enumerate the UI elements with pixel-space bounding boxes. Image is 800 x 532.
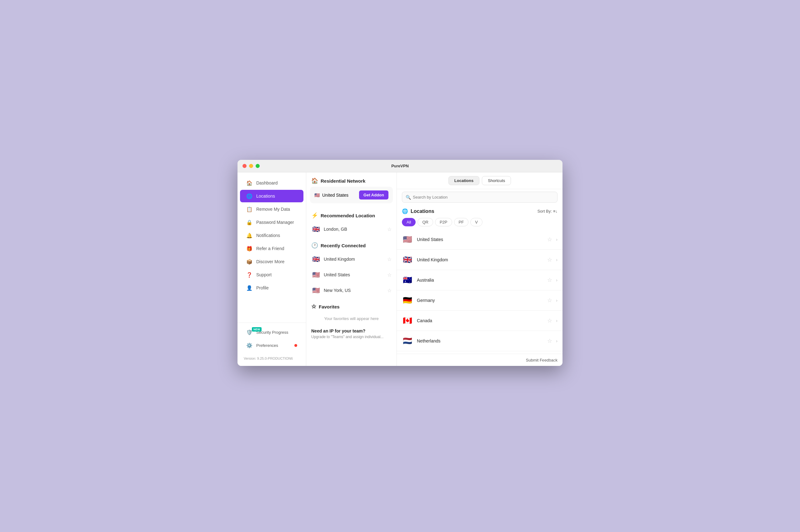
sidebar-item-discover-more[interactable]: 📦 Discover More [240, 255, 304, 268]
sidebar-label-support: Support [256, 272, 272, 277]
recent-newyork-star[interactable]: ☆ [387, 287, 392, 293]
us-name: United States [417, 237, 543, 242]
right-panel: Locations Shortcuts 🔍 🌐 Locations [397, 172, 563, 366]
sidebar-item-notifications[interactable]: 🔔 Notifications [240, 229, 304, 242]
location-item-ca[interactable]: 🇨🇦 Canada ☆ › [397, 311, 563, 331]
need-ip-desc: Upgrade to "Teams" and assign individual… [311, 335, 392, 339]
ca-chevron: › [556, 318, 558, 323]
maximize-button[interactable] [256, 164, 260, 168]
sort-by-label: Sort By: [538, 209, 552, 213]
us-chevron: › [556, 237, 558, 242]
sidebar-nav: 🏠 Dashboard 🌐 Locations 📋 Remove My Data [237, 176, 306, 323]
shield-icon: 🛡️ [246, 329, 253, 335]
recent-newyork-name: New York, US [324, 288, 351, 293]
filter-pf[interactable]: PF [454, 218, 469, 226]
filter-qr[interactable]: QR [418, 218, 433, 226]
recent-us-star[interactable]: ☆ [387, 272, 392, 278]
recent-uk-star[interactable]: ☆ [387, 256, 392, 262]
residential-icon: 🏠 [311, 177, 318, 184]
sidebar-item-dashboard[interactable]: 🏠 Dashboard [240, 177, 304, 189]
filter-all[interactable]: All [402, 218, 416, 226]
sidebar-item-password-manager[interactable]: 🔒 Password Manager [240, 216, 304, 229]
star-icon: ☆ [311, 303, 316, 310]
bell-icon: 🔔 [246, 232, 253, 239]
tab-shortcuts[interactable]: Shortcuts [482, 176, 511, 185]
window-title: PureVPN [391, 164, 409, 168]
residential-box: 🇺🇸 United States Get Addon [310, 187, 393, 203]
search-input[interactable] [402, 192, 558, 203]
gift-icon: 🎁 [246, 245, 253, 252]
sort-by-control[interactable]: Sort By: ≡↓ [538, 209, 558, 213]
ca-flag: 🇨🇦 [402, 315, 413, 326]
nl-flag: 🇳🇱 [402, 335, 413, 346]
recent-uk[interactable]: 🇬🇧 United Kingdom ☆ [306, 251, 397, 267]
sidebar-item-remove-my-data[interactable]: 📋 Remove My Data [240, 203, 304, 215]
sidebar-label-refer-a-friend: Refer a Friend [256, 246, 284, 251]
nl-star[interactable]: ☆ [547, 338, 552, 344]
sidebar-bottom: 🛡️ Security Progress NEW ⚙️ Preferences [237, 323, 306, 355]
us-flag-recent: 🇺🇸 [311, 270, 321, 280]
get-addon-button[interactable]: Get Addon [359, 190, 388, 200]
filter-tabs: All QR P2P PF V [397, 216, 563, 229]
de-flag: 🇩🇪 [402, 295, 413, 306]
preferences-dot [294, 344, 297, 347]
uk-name: United Kingdom [417, 257, 543, 262]
ca-star[interactable]: ☆ [547, 317, 552, 324]
sidebar-item-profile[interactable]: 👤 Profile [240, 282, 304, 294]
clock-icon: 🕐 [311, 242, 318, 249]
sidebar-item-locations[interactable]: 🌐 Locations [240, 190, 304, 202]
box-icon: 📦 [246, 259, 253, 265]
recent-newyork[interactable]: 🇺🇸 New York, US ☆ [306, 283, 397, 298]
us-star[interactable]: ☆ [547, 236, 552, 243]
de-star[interactable]: ☆ [547, 297, 552, 304]
recent-us[interactable]: 🇺🇸 United States ☆ [306, 267, 397, 283]
location-item-uk[interactable]: 🇬🇧 United Kingdom ☆ › [397, 250, 563, 270]
sidebar-label-preferences: Preferences [256, 343, 278, 348]
location-item-au[interactable]: 🇦🇺 Australia ☆ › [397, 270, 563, 290]
sidebar-item-refer-a-friend[interactable]: 🎁 Refer a Friend [240, 242, 304, 255]
question-icon: ❓ [246, 272, 253, 278]
au-name: Australia [417, 278, 543, 283]
search-bar: 🔍 [397, 189, 563, 205]
new-badge: NEW [252, 327, 261, 331]
sidebar-item-support[interactable]: ❓ Support [240, 268, 304, 281]
submit-feedback-bar: Submit Feedback [397, 354, 563, 366]
tabs-header: Locations Shortcuts [397, 172, 563, 189]
sidebar-item-preferences[interactable]: ⚙️ Preferences [240, 339, 304, 352]
submit-feedback-button[interactable]: Submit Feedback [526, 358, 558, 362]
au-chevron: › [556, 278, 558, 283]
sidebar-label-dashboard: Dashboard [256, 180, 278, 186]
residential-section-header: 🏠 Residential Network [306, 172, 397, 187]
filter-p2p[interactable]: P2P [435, 218, 452, 226]
filter-v[interactable]: V [470, 218, 483, 226]
de-name: Germany [417, 298, 543, 303]
recommended-london[interactable]: 🇬🇧 London, GB ☆ [306, 221, 397, 237]
de-chevron: › [556, 298, 558, 303]
recently-connected-header: 🕐 Recently Connected [306, 237, 397, 251]
favorites-title: Favorites [319, 304, 340, 309]
sidebar-label-remove-my-data: Remove My Data [256, 207, 290, 212]
lock-icon: 🔒 [246, 219, 253, 225]
au-star[interactable]: ☆ [547, 277, 552, 284]
residential-country-name: United States [322, 193, 348, 197]
lightning-icon: ⚡ [311, 212, 318, 219]
location-item-hk[interactable]: 🇭🇰 Hong Kong (SAR) ☆ › [397, 351, 563, 354]
recommended-star[interactable]: ☆ [387, 226, 392, 232]
location-item-us[interactable]: 🇺🇸 United States ☆ › [397, 229, 563, 250]
search-icon: 🔍 [406, 195, 411, 200]
need-ip-section: Need an IP for your team? Upgrade to "Te… [306, 325, 397, 343]
minimize-button[interactable] [249, 164, 253, 168]
sidebar-label-locations: Locations [256, 194, 275, 198]
favorites-empty-message: Your favorites will appear here [306, 312, 397, 325]
residential-country: 🇺🇸 United States [314, 193, 348, 197]
uk-star[interactable]: ☆ [547, 256, 552, 263]
close-button[interactable] [242, 164, 247, 168]
sidebar-item-security-progress[interactable]: 🛡️ Security Progress NEW [240, 326, 304, 338]
ca-name: Canada [417, 318, 543, 323]
sort-icon: ≡↓ [553, 209, 558, 213]
location-item-de[interactable]: 🇩🇪 Germany ☆ › [397, 290, 563, 311]
favorites-section-header: ☆ Favorites [306, 298, 397, 312]
tab-locations[interactable]: Locations [449, 176, 479, 185]
nl-name: Netherlands [417, 338, 543, 343]
location-item-nl[interactable]: 🇳🇱 Netherlands ☆ › [397, 331, 563, 351]
